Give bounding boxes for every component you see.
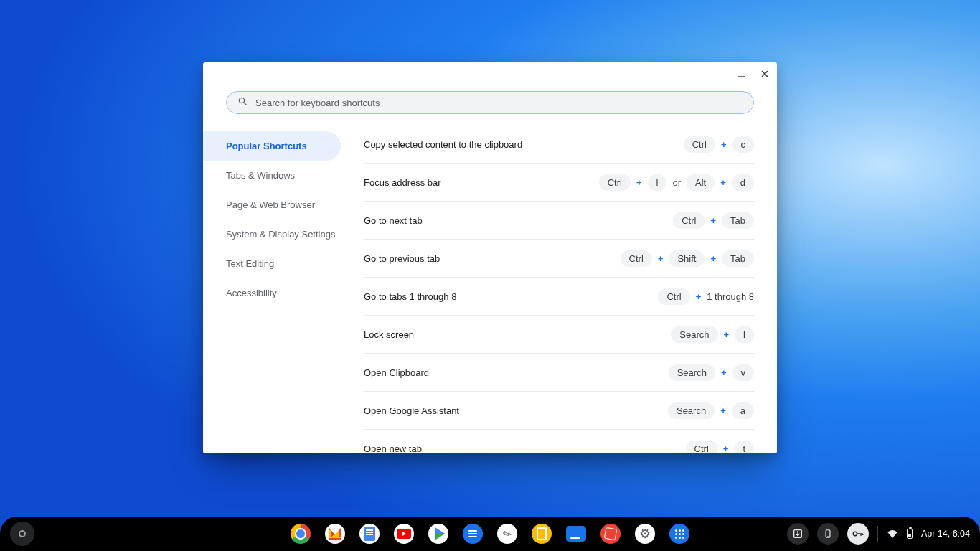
category-item[interactable]: Accessibility [203,278,352,308]
key-pill: Tab [722,212,754,229]
key-pill: Tab [722,250,754,267]
key-pill: Ctrl [686,441,717,454]
shortcut-keys: Ctrl+lorAlt+d [599,174,754,191]
plus-separator: + [696,291,702,302]
play-icon [435,527,445,540]
key-pill: d [732,174,754,191]
key-pill: c [732,136,755,153]
tray-divider [877,526,878,542]
shortcut-row: Copy selected content to the clipboardCt… [364,126,754,164]
plus-separator: + [710,253,716,264]
key-pill: Ctrl [599,174,631,191]
key-plain-text: 1 through 8 [707,291,754,302]
clock-text: Apr 14, 6:04 [921,529,970,539]
shortcut-row: Lock screenSearch+l [364,316,754,354]
key-pill: a [732,402,754,419]
window-body: Popular ShortcutsTabs & WindowsPage & We… [203,126,777,453]
shortcut-row: Focus address barCtrl+lorAlt+d [364,164,754,202]
key-pill: l [648,174,667,191]
search-field[interactable] [226,91,754,114]
search-input[interactable] [255,98,743,108]
category-item[interactable]: Text Editing [203,249,352,278]
battery-icon [907,529,913,539]
search-section [203,85,777,126]
launcher-button[interactable] [10,522,34,546]
key-pill: l [735,326,754,343]
category-item[interactable]: Popular Shortcuts [203,131,341,161]
plus-separator: + [720,405,726,416]
shortcut-description: Open new tab [364,443,422,454]
search-icon [237,95,248,110]
key-pill: Search [671,326,717,343]
shelf-app-chrome[interactable] [291,524,311,544]
system-tray[interactable]: Apr 14, 6:04 [787,523,970,545]
shelf-app-files[interactable] [566,526,586,542]
shortcut-keys: Search+l [671,326,754,343]
launcher-icon [19,530,26,537]
docs-icon [364,527,375,541]
tote-tray-button[interactable] [787,523,809,545]
shelf-app-dice[interactable] [600,524,621,544]
shelf-dock [291,517,689,551]
phone-hub-button[interactable] [817,523,839,545]
svg-point-9 [853,532,857,535]
shortcut-keys: Ctrl+Shift+Tab [621,250,754,267]
shelf-app-yt[interactable] [394,524,414,544]
category-item[interactable]: Page & Web Browser [203,190,352,220]
shelf-app-keep[interactable] [532,524,552,544]
shortcut-row: Go to previous tabCtrl+Shift+Tab [364,240,754,278]
category-sidebar: Popular ShortcutsTabs & WindowsPage & We… [203,126,352,453]
shelf: Apr 14, 6:04 [0,517,980,551]
category-item[interactable]: System & Display Settings [203,220,352,249]
shortcut-description: Open Clipboard [364,367,429,378]
keyboard-shortcuts-window: Popular ShortcutsTabs & WindowsPage & We… [203,62,777,453]
or-separator: or [672,177,681,188]
yt-icon [397,529,411,539]
shortcut-description: Go to previous tab [364,253,440,264]
shortcut-row: Open new tabCtrl+t [364,430,754,453]
shortcut-keys: Search+v [669,364,754,381]
shortcut-keys: Ctrl+1 through 8 [658,288,754,305]
shortcut-keys: Ctrl+Tab [673,212,754,229]
svg-line-4 [244,103,246,105]
key-pill: Ctrl [658,288,689,305]
shortcut-list[interactable]: Copy selected content to the clipboardCt… [352,126,777,453]
key-pill: t [734,441,754,454]
shortcut-row: Go to tabs 1 through 8Ctrl+1 through 8 [364,278,754,316]
plus-separator: + [710,215,716,226]
shortcut-description: Copy selected content to the clipboard [364,139,522,150]
plus-separator: + [636,177,642,188]
wifi-icon [887,529,898,538]
plus-separator: + [721,139,727,150]
shelf-app-msg[interactable] [463,524,483,544]
shelf-app-apps-grid[interactable] [669,524,689,544]
key-pill: Search [669,364,715,381]
category-item[interactable]: Tabs & Windows [203,161,352,190]
vpn-key-icon[interactable] [847,523,869,545]
shelf-app-play[interactable] [428,524,448,544]
key-pill: Ctrl [684,136,715,153]
shelf-app-canvas[interactable] [497,524,517,544]
shortcut-keys: Ctrl+t [686,441,754,454]
plus-separator: + [723,443,729,454]
key-pill: Alt [687,174,715,191]
shelf-app-settings[interactable] [635,524,655,544]
shortcut-keys: Search+a [668,402,754,419]
shortcut-row: Open Google AssistantSearch+a [364,392,754,430]
plus-separator: + [720,177,726,188]
window-titlebar [203,62,777,85]
shelf-app-docs[interactable] [359,524,380,544]
key-pill: v [732,364,755,381]
shortcut-row: Open ClipboardSearch+v [364,354,754,392]
minimize-button[interactable] [737,69,747,79]
shortcut-description: Lock screen [364,329,414,340]
shortcut-description: Focus address bar [364,177,441,188]
key-pill: Ctrl [673,212,705,229]
close-button[interactable] [760,69,770,79]
key-pill: Search [668,402,715,419]
key-pill: Shift [669,250,705,267]
plus-separator: + [658,253,664,264]
shortcut-description: Open Google Assistant [364,405,459,416]
shortcut-description: Go to tabs 1 through 8 [364,291,456,302]
shelf-app-gmail[interactable] [325,524,345,544]
